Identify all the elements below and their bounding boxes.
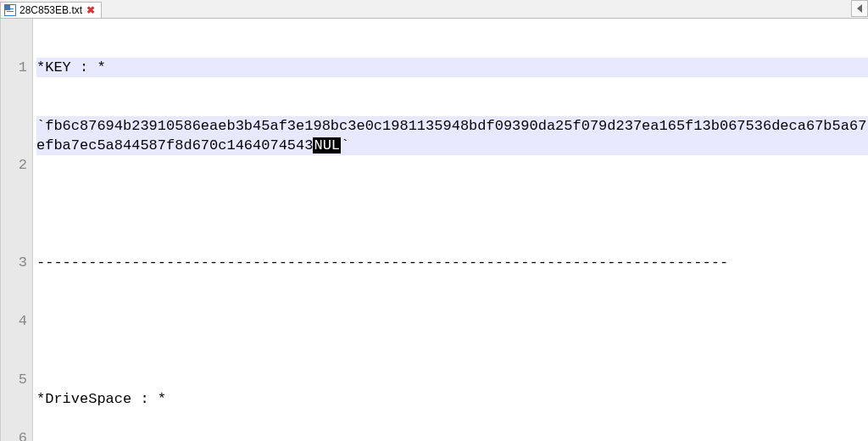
text-line xyxy=(36,331,868,350)
text: ` xyxy=(341,137,349,154)
text-line: *DriveSpace : * xyxy=(36,389,868,409)
text-line: *KEY : * xyxy=(36,58,868,77)
text-line: `fb6c87694b23910586eaeb3b45af3e198bc3e0c… xyxy=(36,116,868,155)
line-number: 4 xyxy=(1,311,27,331)
text-line xyxy=(36,194,868,214)
editor-content[interactable]: *KEY : * `fb6c87694b23910586eaeb3b45af3e… xyxy=(33,19,868,441)
text: *KEY : * xyxy=(36,59,106,75)
tab-scroll-left-button[interactable] xyxy=(851,0,868,17)
close-icon[interactable]: ✖ xyxy=(86,5,96,15)
tab-bar: 28C853EB.txt ✖ xyxy=(0,0,868,19)
file-tab[interactable]: 28C853EB.txt ✖ xyxy=(0,2,102,18)
line-number: 6 xyxy=(1,428,27,441)
line-number: 3 xyxy=(1,253,27,272)
line-number-gutter: 1 2 3 4 5 6 7 8 9 10 11 12 13 14 15 xyxy=(0,19,33,441)
text-line: ----------------------------------------… xyxy=(36,253,868,292)
nul-marker: NUL xyxy=(313,137,341,154)
text: `fb6c87694b23910586eaeb3b45af3e198bc3e0c… xyxy=(36,118,866,154)
text-editor[interactable]: 1 2 3 4 5 6 7 8 9 10 11 12 13 14 15 *KEY… xyxy=(0,19,868,441)
file-icon xyxy=(4,4,16,16)
line-number: 1 xyxy=(1,58,27,116)
file-tab-label: 28C853EB.txt xyxy=(19,4,82,16)
line-number: 2 xyxy=(1,155,27,214)
line-number: 5 xyxy=(1,370,27,389)
